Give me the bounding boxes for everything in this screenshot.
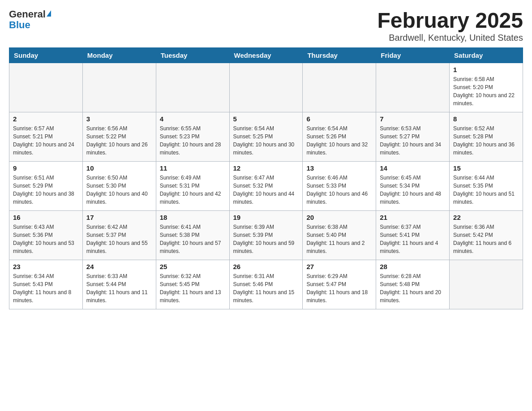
- day-info: Sunrise: 6:57 AMSunset: 5:21 PMDaylight:…: [13, 124, 79, 157]
- day-number: 7: [380, 115, 446, 123]
- day-info: Sunrise: 6:41 AMSunset: 5:38 PMDaylight:…: [160, 223, 226, 255]
- col-wednesday: Wednesday: [229, 47, 303, 63]
- month-title: February 2025: [377, 9, 523, 33]
- day-info: Sunrise: 6:29 AMSunset: 5:47 PMDaylight:…: [306, 272, 372, 304]
- table-row: 16Sunrise: 6:43 AMSunset: 5:36 PMDayligh…: [9, 210, 83, 260]
- day-number: 14: [380, 164, 446, 172]
- day-info: Sunrise: 6:32 AMSunset: 5:45 PMDaylight:…: [160, 272, 226, 304]
- day-number: 22: [453, 214, 519, 221]
- calendar-week-row: 2Sunrise: 6:57 AMSunset: 5:21 PMDaylight…: [9, 112, 523, 161]
- day-number: 13: [306, 164, 372, 172]
- day-number: 24: [86, 263, 152, 270]
- calendar-header-row: Sunday Monday Tuesday Wednesday Thursday…: [9, 47, 523, 63]
- table-row: 25Sunrise: 6:32 AMSunset: 5:45 PMDayligh…: [156, 260, 229, 309]
- table-row: 5Sunrise: 6:54 AMSunset: 5:25 PMDaylight…: [229, 112, 303, 161]
- day-info: Sunrise: 6:54 AMSunset: 5:26 PMDaylight:…: [306, 124, 372, 157]
- location-subtitle: Bardwell, Kentucky, United States: [377, 33, 523, 43]
- calendar-table: Sunday Monday Tuesday Wednesday Thursday…: [9, 47, 523, 309]
- table-row: [82, 63, 156, 112]
- day-info: Sunrise: 6:54 AMSunset: 5:25 PMDaylight:…: [233, 124, 299, 157]
- day-number: 21: [380, 214, 446, 221]
- table-row: 21Sunrise: 6:37 AMSunset: 5:41 PMDayligh…: [376, 210, 450, 260]
- day-number: 19: [233, 214, 299, 221]
- day-number: 5: [233, 115, 299, 123]
- table-row: 18Sunrise: 6:41 AMSunset: 5:38 PMDayligh…: [156, 210, 229, 260]
- day-number: 27: [306, 263, 372, 270]
- day-number: 12: [233, 164, 299, 172]
- table-row: 2Sunrise: 6:57 AMSunset: 5:21 PMDaylight…: [9, 112, 83, 161]
- calendar-week-row: 1Sunrise: 6:58 AMSunset: 5:20 PMDaylight…: [9, 63, 523, 112]
- calendar-week-row: 9Sunrise: 6:51 AMSunset: 5:29 PMDaylight…: [9, 161, 523, 210]
- day-info: Sunrise: 6:49 AMSunset: 5:31 PMDaylight:…: [160, 174, 226, 206]
- day-info: Sunrise: 6:28 AMSunset: 5:48 PMDaylight:…: [380, 272, 446, 304]
- table-row: 27Sunrise: 6:29 AMSunset: 5:47 PMDayligh…: [303, 260, 376, 309]
- day-info: Sunrise: 6:38 AMSunset: 5:40 PMDaylight:…: [306, 223, 372, 255]
- logo: General Blue: [9, 9, 51, 30]
- day-info: Sunrise: 6:52 AMSunset: 5:28 PMDaylight:…: [453, 124, 519, 157]
- day-number: 18: [160, 214, 226, 221]
- day-number: 8: [453, 115, 519, 123]
- day-info: Sunrise: 6:44 AMSunset: 5:35 PMDaylight:…: [453, 174, 519, 206]
- calendar-week-row: 16Sunrise: 6:43 AMSunset: 5:36 PMDayligh…: [9, 210, 523, 260]
- day-info: Sunrise: 6:45 AMSunset: 5:34 PMDaylight:…: [380, 174, 446, 206]
- day-number: 23: [13, 263, 79, 270]
- day-info: Sunrise: 6:43 AMSunset: 5:36 PMDaylight:…: [13, 223, 79, 255]
- table-row: [303, 63, 376, 112]
- day-info: Sunrise: 6:46 AMSunset: 5:33 PMDaylight:…: [306, 174, 372, 206]
- day-info: Sunrise: 6:42 AMSunset: 5:37 PMDaylight:…: [86, 223, 152, 255]
- table-row: 14Sunrise: 6:45 AMSunset: 5:34 PMDayligh…: [376, 161, 450, 210]
- day-number: 15: [453, 164, 519, 172]
- day-number: 10: [86, 164, 152, 172]
- table-row: [9, 63, 83, 112]
- day-number: 20: [306, 214, 372, 221]
- table-row: 22Sunrise: 6:36 AMSunset: 5:42 PMDayligh…: [450, 210, 523, 260]
- table-row: 9Sunrise: 6:51 AMSunset: 5:29 PMDaylight…: [9, 161, 83, 210]
- table-row: 26Sunrise: 6:31 AMSunset: 5:46 PMDayligh…: [229, 260, 303, 309]
- table-row: 11Sunrise: 6:49 AMSunset: 5:31 PMDayligh…: [156, 161, 229, 210]
- table-row: 23Sunrise: 6:34 AMSunset: 5:43 PMDayligh…: [9, 260, 83, 309]
- day-number: 9: [13, 164, 79, 172]
- table-row: [450, 260, 523, 309]
- col-thursday: Thursday: [303, 47, 376, 63]
- day-number: 1: [453, 66, 519, 73]
- table-row: 6Sunrise: 6:54 AMSunset: 5:26 PMDaylight…: [303, 112, 376, 161]
- day-info: Sunrise: 6:37 AMSunset: 5:41 PMDaylight:…: [380, 223, 446, 255]
- table-row: 10Sunrise: 6:50 AMSunset: 5:30 PMDayligh…: [82, 161, 156, 210]
- table-row: 3Sunrise: 6:56 AMSunset: 5:22 PMDaylight…: [82, 112, 156, 161]
- day-number: 17: [86, 214, 152, 221]
- day-info: Sunrise: 6:51 AMSunset: 5:29 PMDaylight:…: [13, 174, 79, 206]
- page-header: General Blue February 2025 Bardwell, Ken…: [9, 9, 523, 43]
- col-sunday: Sunday: [9, 47, 83, 63]
- day-info: Sunrise: 6:33 AMSunset: 5:44 PMDaylight:…: [86, 272, 152, 304]
- table-row: [229, 63, 303, 112]
- table-row: 8Sunrise: 6:52 AMSunset: 5:28 PMDaylight…: [450, 112, 523, 161]
- title-area: February 2025 Bardwell, Kentucky, United…: [377, 9, 523, 43]
- day-info: Sunrise: 6:55 AMSunset: 5:23 PMDaylight:…: [160, 124, 226, 157]
- table-row: 15Sunrise: 6:44 AMSunset: 5:35 PMDayligh…: [450, 161, 523, 210]
- col-tuesday: Tuesday: [156, 47, 229, 63]
- day-number: 11: [160, 164, 226, 172]
- day-info: Sunrise: 6:58 AMSunset: 5:20 PMDaylight:…: [453, 75, 519, 107]
- table-row: 17Sunrise: 6:42 AMSunset: 5:37 PMDayligh…: [82, 210, 156, 260]
- col-friday: Friday: [376, 47, 450, 63]
- table-row: [156, 63, 229, 112]
- day-info: Sunrise: 6:31 AMSunset: 5:46 PMDaylight:…: [233, 272, 299, 304]
- table-row: 12Sunrise: 6:47 AMSunset: 5:32 PMDayligh…: [229, 161, 303, 210]
- day-info: Sunrise: 6:56 AMSunset: 5:22 PMDaylight:…: [86, 124, 152, 157]
- table-row: 28Sunrise: 6:28 AMSunset: 5:48 PMDayligh…: [376, 260, 450, 309]
- logo-triangle-icon: [47, 10, 51, 17]
- day-number: 2: [13, 115, 79, 123]
- day-number: 3: [86, 115, 152, 123]
- day-number: 26: [233, 263, 299, 270]
- day-number: 25: [160, 263, 226, 270]
- day-number: 6: [306, 115, 372, 123]
- day-info: Sunrise: 6:34 AMSunset: 5:43 PMDaylight:…: [13, 272, 79, 304]
- col-saturday: Saturday: [450, 47, 523, 63]
- col-monday: Monday: [82, 47, 156, 63]
- table-row: 13Sunrise: 6:46 AMSunset: 5:33 PMDayligh…: [303, 161, 376, 210]
- day-info: Sunrise: 6:47 AMSunset: 5:32 PMDaylight:…: [233, 174, 299, 206]
- table-row: 20Sunrise: 6:38 AMSunset: 5:40 PMDayligh…: [303, 210, 376, 260]
- table-row: 7Sunrise: 6:53 AMSunset: 5:27 PMDaylight…: [376, 112, 450, 161]
- day-info: Sunrise: 6:53 AMSunset: 5:27 PMDaylight:…: [380, 124, 446, 157]
- table-row: 1Sunrise: 6:58 AMSunset: 5:20 PMDaylight…: [450, 63, 523, 112]
